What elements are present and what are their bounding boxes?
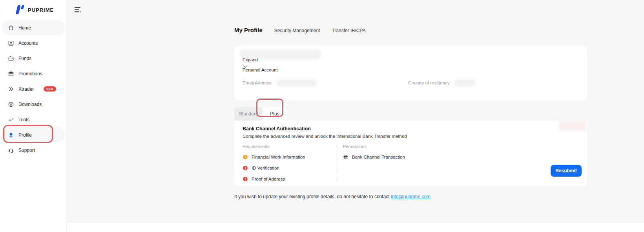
- card-title: Bank Channel Authentication: [243, 126, 311, 132]
- sidebar-item-label: Xtrader: [18, 86, 34, 92]
- sidebar-item-label: Profile: [18, 132, 32, 138]
- requirement-id-verification[interactable]: ID Verification: [243, 165, 337, 171]
- contact-text: If you wish to update your existing prof…: [234, 194, 390, 199]
- profile-header-tabs: My Profile Security Management Transfer …: [234, 27, 365, 33]
- card-subtitle: Complete the advanced review and unlock …: [243, 134, 407, 139]
- sidebar-item-label: Accounts: [18, 40, 38, 46]
- brand-name: PUPRIME: [28, 7, 54, 13]
- verification-tabs: Standard Plus: [234, 107, 287, 121]
- permission-bank-channel-transaction: Bank Channel Transaction: [343, 154, 461, 160]
- country-field: Country of residency: [408, 79, 475, 86]
- requirement-label: Financial Work Information: [252, 155, 305, 159]
- tab-standard[interactable]: Standard: [234, 107, 263, 121]
- double-chevron-icon: [8, 86, 14, 92]
- tab-plus[interactable]: Plus: [263, 107, 287, 121]
- sidebar-item-tools[interactable]: Tools: [2, 112, 65, 127]
- page: PUPRIME Home Accounts Funds: [0, 0, 644, 232]
- bars-icon: [8, 117, 14, 123]
- footer-divider: [67, 222, 644, 232]
- sidebar-item-downloads[interactable]: Downloads: [2, 97, 65, 112]
- person-icon: [8, 132, 14, 138]
- sidebar-nav: Home Accounts Funds Promotions: [0, 20, 67, 158]
- requirement-label: ID Verification: [252, 166, 279, 170]
- sidebar-item-promotions[interactable]: Promotions: [2, 66, 65, 81]
- sidebar-item-funds[interactable]: Funds: [2, 51, 65, 66]
- requirement-financial-work-information[interactable]: Financial Work Information: [243, 154, 337, 160]
- requirement-proof-of-address[interactable]: Proof of Address: [243, 176, 337, 182]
- sidebar-item-home[interactable]: Home: [2, 20, 65, 35]
- clock-warning-icon: [243, 154, 248, 160]
- email-label: Email Address: [243, 80, 272, 85]
- headset-icon: [8, 147, 14, 153]
- profile-card: Expand Personal Account Email Address Co…: [234, 46, 587, 100]
- error-exclamation-icon: [243, 165, 248, 171]
- requirements-column: Requirements Financial Work Information …: [243, 144, 337, 183]
- permissions-column: Permissions Bank Channel Transaction: [343, 144, 461, 160]
- tab-security-management[interactable]: Security Management: [274, 28, 320, 33]
- contact-email-link[interactable]: info@puprime.com: [391, 194, 431, 199]
- sidebar-item-accounts[interactable]: Accounts: [2, 35, 65, 51]
- resubmit-button[interactable]: Resubmit: [551, 165, 582, 177]
- account-type-label: Personal Account: [243, 68, 278, 72]
- sidebar-item-profile[interactable]: Profile: [2, 127, 65, 142]
- sidebar-item-label: Home: [18, 25, 31, 31]
- puprime-logo-icon: [13, 4, 25, 16]
- expand-toggle[interactable]: Expand: [243, 57, 258, 62]
- sidebar: PUPRIME Home Accounts Funds: [0, 0, 67, 232]
- download-circle-icon: [8, 101, 14, 108]
- wallet-icon: [8, 55, 14, 62]
- redacted-status-badge: [559, 121, 586, 131]
- gift-icon: [8, 71, 14, 77]
- sidebar-collapse-button[interactable]: [74, 6, 82, 13]
- tab-my-profile[interactable]: My Profile: [234, 27, 263, 33]
- sidebar-item-label: Funds: [18, 56, 31, 61]
- redacted-country-value: [455, 79, 475, 86]
- bank-channel-card: Bank Channel Authentication Complete the…: [234, 121, 587, 186]
- sidebar-item-label: Tools: [18, 117, 29, 122]
- sidebar-item-xtrader[interactable]: Xtrader NEW: [2, 81, 65, 97]
- permissions-label: Permissions: [343, 144, 461, 149]
- country-label: Country of residency: [408, 80, 449, 85]
- id-card-icon: [8, 40, 14, 46]
- email-field: Email Address: [243, 79, 316, 86]
- tab-transfer-ib-cpa[interactable]: Transfer IB/CPA: [332, 28, 365, 33]
- requirements-label: Requirements: [243, 144, 337, 149]
- sidebar-item-label: Downloads: [18, 102, 42, 107]
- new-badge: NEW: [44, 86, 56, 91]
- redacted-email-value: [277, 79, 316, 86]
- contact-note: If you wish to update your existing prof…: [234, 194, 431, 199]
- home-icon: [8, 25, 14, 31]
- brand-logo[interactable]: PUPRIME: [13, 4, 54, 16]
- sidebar-item-label: Promotions: [18, 71, 42, 77]
- bank-icon: [343, 154, 348, 160]
- error-exclamation-icon: [243, 176, 248, 182]
- sidebar-item-label: Support: [18, 148, 35, 153]
- requirement-label: Proof of Address: [252, 177, 285, 181]
- permission-label: Bank Channel Transaction: [352, 155, 405, 159]
- column-divider: [337, 144, 337, 182]
- sidebar-item-support[interactable]: Support: [2, 142, 65, 158]
